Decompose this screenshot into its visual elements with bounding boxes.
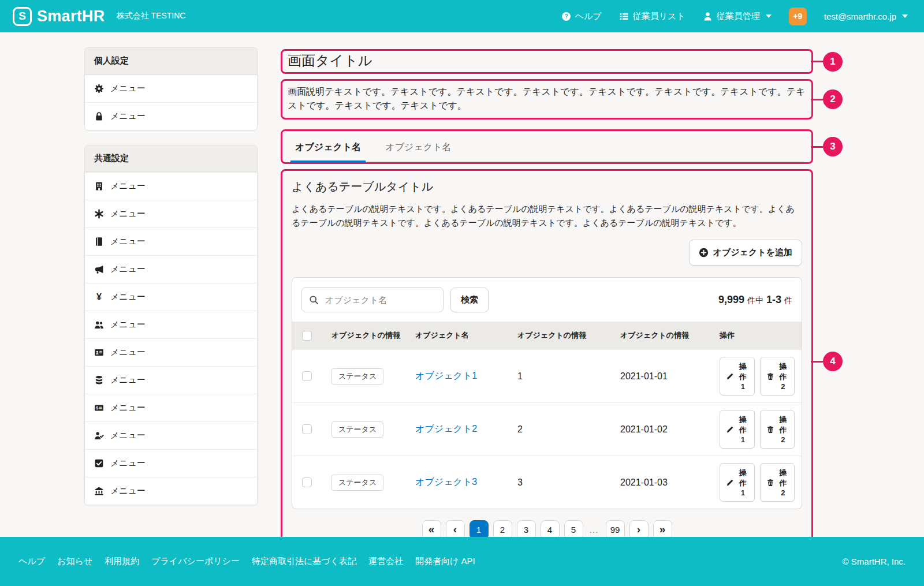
status-badge: ステータス [331,368,383,385]
sidebar-item-menu[interactable]: メニュー [85,338,257,366]
footer-link-help[interactable]: ヘルプ [18,556,45,567]
account-menu[interactable]: test@smarthr.co.jp [824,12,908,21]
nav-employee-admin[interactable]: 従業員管理 [703,11,772,22]
sidebar-item-label: メニュー [110,486,146,497]
column-header: オブジェクトの情報 [613,322,713,350]
add-object-button-label: オブジェクトを追加 [713,247,792,258]
nav-help[interactable]: ヘルプ [561,11,602,22]
object-link[interactable]: オブジェクト3 [415,477,477,487]
table-row: ステータス オブジェクト2 2 2021-01-02 操作1 [292,403,802,456]
action2-label: 操作2 [778,361,789,391]
action1-label: 操作1 [737,468,748,497]
page-title: 画面タイトル [288,52,806,69]
row-checkbox[interactable] [302,424,312,434]
annotation-marker-3: 3 [823,137,843,156]
object-date: 2021-01-01 [613,350,713,403]
sidebar-item-label: メニュー [110,430,146,441]
sidebar-item-menu[interactable]: メニュー [85,394,257,421]
smarthr-logo[interactable]: S SmartHR [13,7,105,26]
table-panel: 検索 9,999 件中 1-3 件 オブジェクトの情報 オブジェク [292,277,802,509]
add-object-button[interactable]: オブジェクトを追加 [689,240,802,266]
search-button[interactable]: 検索 [450,288,489,312]
action2-button[interactable]: 操作2 [760,410,795,449]
chevron-down-icon [902,14,908,18]
result-range: 1-3 [766,294,781,306]
sidebar-item-menu[interactable]: ¥ メニュー [85,283,257,311]
sidebar-item-label: メニュー [110,402,146,413]
notification-badge[interactable]: +9 [789,8,807,25]
bank-icon [94,486,104,496]
sidebar-item-menu[interactable]: メニュー [85,421,257,449]
sidebar-item-menu[interactable]: メニュー [85,74,257,102]
nav-help-label: ヘルプ [575,11,602,22]
action1-label: 操作1 [737,361,748,391]
sidebar-item-menu[interactable]: メニュー [85,477,257,505]
id-card-icon [94,348,104,357]
sidebar-item-menu[interactable]: メニュー [85,102,257,130]
footer-link-news[interactable]: お知らせ [57,556,92,567]
trash-icon [766,372,774,380]
status-badge: ステータス [331,475,383,491]
sidebar-item-menu[interactable]: メニュー [85,200,257,227]
footer-link-developer-api[interactable]: 開発者向け API [415,556,475,567]
object-date: 2021-01-02 [613,403,713,456]
money-check-icon [94,403,104,413]
sidebar-item-menu[interactable]: メニュー [85,311,257,338]
tab-object-2[interactable]: オブジェクト名 [381,138,456,163]
plus-circle-icon [699,248,709,257]
table-row: ステータス オブジェクト3 3 2021-01-03 操作1 [292,456,802,509]
column-header: オブジェクトの情報 [511,322,613,350]
sidebar-item-menu[interactable]: メニュー [85,227,257,255]
footer-link-privacy[interactable]: プライバシーポリシー [151,556,240,567]
table-card-description: よくあるテーブルの説明テキストです。よくあるテーブルの説明テキストです。よくある… [292,202,802,230]
sidebar-item-label: メニュー [110,319,146,330]
row-checkbox[interactable] [302,371,312,381]
table-header-row: オブジェクトの情報 オブジェクト名 オブジェクトの情報 オブジェクトの情報 操作 [292,322,802,350]
sidebar-item-menu[interactable]: メニュー [85,172,257,200]
megaphone-icon [94,264,104,274]
footer-link-terms[interactable]: 利用規約 [105,556,139,567]
pencil-icon [726,479,734,487]
column-header: 操作 [713,322,802,350]
result-total: 9,999 [718,294,744,306]
annotation-box-3: オブジェクト名 オブジェクト名 3 [281,129,813,164]
tab-object-1[interactable]: オブジェクト名 [290,138,366,163]
nav-employee-list-label: 従業員リスト [633,11,685,22]
action2-button[interactable]: 操作2 [760,357,795,395]
gear-icon [94,84,104,94]
asterisk-icon [94,209,104,219]
footer-link-company[interactable]: 運営会社 [368,556,403,567]
sidebar-item-label: メニュー [110,111,146,122]
object-info: 2 [511,403,613,456]
annotation-box-1: 画面タイトル 1 [281,49,813,74]
sidebar-item-menu[interactable]: メニュー [85,366,257,394]
sidebar-item-label: メニュー [110,347,146,358]
search-input[interactable] [324,294,436,305]
annotation-marker-2: 2 [823,89,843,109]
copyright: © SmartHR, Inc. [843,557,906,566]
object-info: 3 [511,456,613,509]
sidebar-item-label: メニュー [110,236,146,247]
object-link[interactable]: オブジェクト1 [415,371,477,380]
action1-button[interactable]: 操作1 [720,410,755,449]
user-check-icon [94,431,104,441]
pencil-icon [726,372,734,380]
action2-button[interactable]: 操作2 [760,463,795,502]
sidebar-group-title: 共通設定 [85,145,257,172]
object-link[interactable]: オブジェクト2 [415,424,477,434]
nav-employee-list[interactable]: 従業員リスト [619,11,685,22]
chevron-down-icon [766,14,772,18]
annotation-box-4: よくあるテーブルタイトル よくあるテーブルの説明テキストです。よくあるテーブルの… [281,169,813,554]
footer-link-commerce-law[interactable]: 特定商取引法に基づく表記 [252,556,356,567]
sidebar-group-common: 共通設定 メニュー メニュー メニュー メニュー ¥ メニュー [84,145,258,505]
select-all-checkbox[interactable] [302,331,312,341]
result-count: 9,999 件中 1-3 件 [718,294,792,306]
sidebar-item-menu[interactable]: メニュー [85,255,257,283]
row-checkbox[interactable] [302,477,312,487]
company-name: 株式会社 TESTINC [117,11,186,21]
action1-button[interactable]: 操作1 [720,463,755,502]
book-icon [94,237,104,247]
sidebar-item-menu[interactable]: メニュー [85,449,257,477]
action1-button[interactable]: 操作1 [720,357,755,395]
table-card-title: よくあるテーブルタイトル [292,179,802,195]
